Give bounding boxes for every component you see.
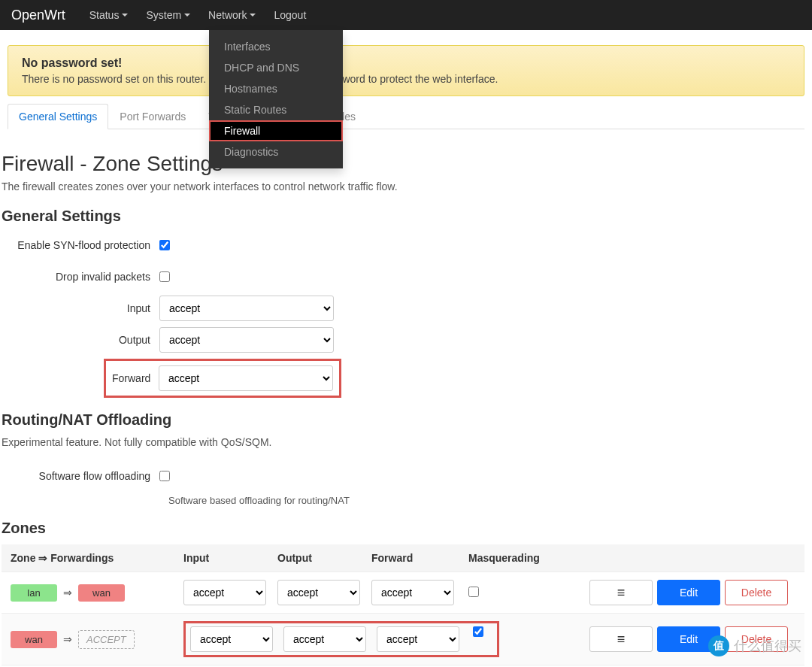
no-password-alert: No password set! There is no password se… bbox=[8, 45, 804, 96]
tab-port-forwards[interactable]: Port Forwards bbox=[108, 104, 197, 129]
sfo-checkbox[interactable] bbox=[159, 471, 170, 481]
content: Firewall - Zone Settings The firewall cr… bbox=[0, 129, 812, 667]
sfo-help: Software based offloading for routing/NA… bbox=[168, 495, 804, 506]
highlight-box: accept accept accept bbox=[183, 621, 499, 657]
tabs: General Settings Port Forwards Traffic R… bbox=[8, 104, 804, 129]
brand: OpenWrt bbox=[11, 8, 65, 23]
caret-icon bbox=[250, 14, 256, 17]
routing-heading: Routing/NAT Offloading bbox=[2, 411, 804, 429]
zone-to-badge: ACCEPT bbox=[78, 630, 135, 649]
zones-header: Zone ⇒ Forwardings Input Output Forward … bbox=[2, 544, 804, 572]
row-output: Output accept bbox=[2, 327, 804, 353]
output-label: Output bbox=[2, 334, 159, 346]
col-forward: Forward bbox=[371, 552, 465, 564]
arrow-icon: ⇒ bbox=[63, 587, 72, 599]
row-drop-invalid: Drop invalid packets bbox=[2, 264, 804, 290]
dropdown-dhcp-dns[interactable]: DHCP and DNS bbox=[209, 57, 343, 78]
zones-heading: Zones bbox=[2, 520, 804, 537]
zone-forward-select[interactable]: accept bbox=[371, 580, 454, 605]
watermark-icon: 值 bbox=[708, 635, 729, 656]
zone-masq-checkbox[interactable] bbox=[473, 626, 483, 637]
arrow-icon: ⇒ bbox=[63, 633, 72, 645]
delete-button[interactable]: Delete bbox=[725, 580, 788, 605]
syn-checkbox[interactable] bbox=[159, 240, 170, 250]
sfo-label: Software flow offloading bbox=[2, 470, 159, 482]
output-select[interactable]: accept bbox=[159, 327, 334, 353]
alert-text: There is no password set on this router.… bbox=[22, 73, 790, 85]
zone-from-badge: lan bbox=[11, 584, 57, 602]
watermark-text: 什么值得买 bbox=[734, 637, 801, 655]
zone-output-select[interactable]: accept bbox=[283, 626, 366, 652]
network-dropdown: Interfaces DHCP and DNS Hostnames Static… bbox=[209, 30, 343, 168]
col-zf: Zone ⇒ Forwardings bbox=[11, 552, 183, 564]
page-desc: The firewall creates zones over your net… bbox=[2, 180, 804, 193]
zone-input-select[interactable]: accept bbox=[190, 626, 273, 652]
input-select[interactable]: accept bbox=[159, 296, 334, 321]
zone-row-lan: lan ⇒ wan accept accept accept ≡ Edit De… bbox=[2, 572, 804, 614]
row-syn-flood: Enable SYN-flood protection bbox=[2, 232, 804, 258]
nav-network[interactable]: Network bbox=[199, 0, 265, 30]
dropdown-static-routes[interactable]: Static Routes bbox=[209, 99, 343, 120]
caret-icon bbox=[184, 14, 190, 17]
page-title: Firewall - Zone Settings bbox=[2, 152, 804, 176]
syn-label: Enable SYN-flood protection bbox=[2, 239, 159, 251]
zone-from-badge: wan bbox=[11, 631, 57, 648]
row-input: Input accept bbox=[2, 296, 804, 321]
input-label: Input bbox=[2, 302, 159, 314]
dropdown-interfaces[interactable]: Interfaces bbox=[209, 36, 343, 57]
reorder-button[interactable]: ≡ bbox=[589, 580, 653, 605]
nav-logout[interactable]: Logout bbox=[265, 0, 315, 30]
drop-label: Drop invalid packets bbox=[2, 271, 159, 283]
alert-title: No password set! bbox=[22, 56, 790, 70]
zone-to-badge: wan bbox=[78, 584, 125, 602]
zone-masq-checkbox[interactable] bbox=[468, 587, 479, 597]
row-sfo: Software flow offloading bbox=[2, 463, 804, 489]
nav-status[interactable]: Status bbox=[80, 0, 138, 30]
dropdown-firewall[interactable]: Firewall bbox=[209, 120, 343, 141]
col-input: Input bbox=[183, 552, 277, 564]
zone-row-wan: wan ⇒ ACCEPT accept accept accept ≡ Edit… bbox=[2, 614, 804, 665]
forward-select[interactable]: accept bbox=[159, 365, 333, 391]
zone-output-select[interactable]: accept bbox=[277, 580, 360, 605]
edit-button[interactable]: Edit bbox=[657, 580, 720, 605]
nav-system[interactable]: System bbox=[137, 0, 199, 30]
reorder-button[interactable]: ≡ bbox=[589, 626, 653, 652]
zone-input-select[interactable]: accept bbox=[183, 580, 266, 605]
dropdown-diagnostics[interactable]: Diagnostics bbox=[209, 141, 343, 162]
watermark: 值 什么值得买 bbox=[708, 635, 801, 656]
zone-forward-select[interactable]: accept bbox=[377, 626, 459, 652]
dropdown-hostnames[interactable]: Hostnames bbox=[209, 78, 343, 99]
caret-icon bbox=[122, 14, 128, 17]
col-output: Output bbox=[277, 552, 371, 564]
forward-label: Forward bbox=[112, 372, 159, 384]
zones-table: Zone ⇒ Forwardings Input Output Forward … bbox=[2, 544, 804, 665]
tab-general-settings[interactable]: General Settings bbox=[8, 104, 108, 129]
drop-checkbox[interactable] bbox=[159, 271, 170, 282]
general-heading: General Settings bbox=[2, 208, 804, 225]
routing-desc: Experimental feature. Not fully compatib… bbox=[2, 436, 804, 448]
row-forward: Forward accept bbox=[2, 359, 804, 398]
col-masq: Masquerading bbox=[465, 552, 571, 564]
navbar: OpenWrt Status System Network Logout Int… bbox=[0, 0, 812, 30]
